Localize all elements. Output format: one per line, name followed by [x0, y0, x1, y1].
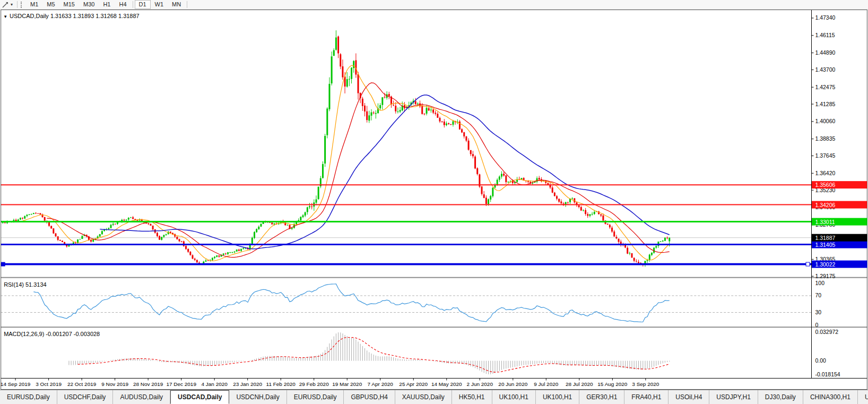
svg-text:70: 70 [815, 293, 821, 298]
macd-label: MACD(12,26,9) -0.001207 -0.003028 [4, 331, 100, 337]
svg-text:11 Feb 2020: 11 Feb 2020 [266, 381, 296, 387]
svg-text:22 Oct 2019: 22 Oct 2019 [67, 381, 97, 387]
svg-text:1.41285: 1.41285 [815, 101, 835, 107]
chart-tab-gbpusd-h4[interactable]: GBPUSD,H4 [344, 390, 395, 404]
svg-text:28 Jul 2020: 28 Jul 2020 [566, 381, 593, 387]
svg-text:1.30022: 1.30022 [815, 262, 835, 268]
svg-text:29 Feb 2020: 29 Feb 2020 [299, 381, 329, 387]
toolbar-separator [17, 1, 18, 8]
chart-tab-usdcad-daily[interactable]: USDCAD,Daily [170, 390, 229, 404]
svg-text:9 Jul 2020: 9 Jul 2020 [534, 381, 558, 387]
chart-tab-usdchf-daily[interactable]: USDCHF,Daily [57, 390, 114, 404]
svg-text:1.47340: 1.47340 [815, 15, 835, 21]
chart-tab-xauusd-daily[interactable]: XAUUSD,Daily [395, 390, 452, 404]
svg-text:0.00: 0.00 [815, 358, 826, 364]
svg-text:1.46115: 1.46115 [815, 32, 835, 38]
chart-tab-dj30-daily[interactable]: DJ30,Daily [758, 390, 803, 404]
ma-fast-line [23, 65, 670, 261]
chart-tab-audusd-daily[interactable]: AUDUSD,Daily [113, 390, 170, 404]
svg-text:3 Oct 2019: 3 Oct 2019 [36, 381, 62, 387]
chart-tab-hk50-h1[interactable]: HK50,H1 [452, 390, 492, 404]
svg-text:23 Jan 2020: 23 Jan 2020 [233, 381, 262, 387]
rsi-label: RSI(14) 51.3134 [4, 281, 47, 288]
chart-tab-usdcnh-daily[interactable]: USDCNH,Daily [229, 390, 287, 404]
chart-tabs-bar: EURUSD,DailyUSDCHF,DailyAUDUSD,DailyUSDC… [0, 390, 868, 404]
rsi-line [33, 284, 669, 322]
svg-text:1.31405: 1.31405 [815, 242, 835, 248]
svg-text:17 Dec 2019: 17 Dec 2019 [166, 381, 196, 387]
chart-tab-uk100-h1[interactable]: UK100,H1 [536, 390, 579, 404]
trendline-tool-icon[interactable] [1, 1, 10, 8]
svg-text:1.33011: 1.33011 [815, 219, 835, 225]
svg-text:1.43700: 1.43700 [815, 67, 835, 73]
chart-collapse-icon[interactable]: ▼ [3, 14, 7, 19]
chart-tab-eurusd-daily[interactable]: EURUSD,Daily [0, 390, 57, 404]
date-axis[interactable]: 14 Sep 20193 Oct 201922 Oct 20199 Nov 20… [1, 379, 659, 387]
svg-text:9 Nov 2019: 9 Nov 2019 [101, 381, 128, 387]
ma-slow-line [100, 95, 670, 249]
svg-text:1.34206: 1.34206 [815, 202, 835, 208]
svg-text:14 Sep 2019: 14 Sep 2019 [1, 381, 31, 387]
toolbar-grip-handle[interactable] [21, 2, 23, 8]
chart-tab-uk100-h1[interactable]: UK100,H1 [492, 390, 536, 404]
chart-tab-usoil-h1[interactable]: USOil,H1 [858, 390, 868, 404]
svg-text:1.38835: 1.38835 [815, 136, 835, 142]
timeframe-button-m30[interactable]: M30 [79, 0, 99, 9]
toolbar-separator [133, 1, 133, 8]
macd-histogram [69, 332, 670, 374]
trendline-tool-glyph [2, 1, 9, 8]
timeframe-button-m1[interactable]: M1 [26, 0, 42, 9]
svg-text:-0.018154: -0.018154 [815, 372, 840, 377]
svg-text:19 Mar 2020: 19 Mar 2020 [332, 381, 362, 387]
svg-text:1.44890: 1.44890 [815, 50, 835, 56]
draw-tool-dropdown-caret-icon[interactable]: ▾ [10, 1, 15, 8]
timeframe-button-w1[interactable]: W1 [151, 0, 168, 9]
svg-text:25 Apr 2020: 25 Apr 2020 [399, 381, 428, 387]
timeframe-button-m15[interactable]: M15 [59, 0, 79, 9]
svg-text:3 Sep 2020: 3 Sep 2020 [632, 381, 659, 387]
price-badge-1.34206: 1.34206 [812, 201, 867, 209]
toolbar-separator [187, 1, 187, 8]
price-badge-1.33011: 1.33011 [812, 218, 867, 226]
svg-text:15 Aug 2020: 15 Aug 2020 [597, 381, 627, 387]
timeframe-button-m5[interactable]: M5 [42, 0, 59, 9]
svg-text:4 Jan 2020: 4 Jan 2020 [202, 381, 228, 387]
chart-tab-usoil-h4[interactable]: USOil,H4 [669, 390, 709, 404]
svg-text:1.40060: 1.40060 [815, 118, 835, 124]
timeframe-button-d1[interactable]: D1 [135, 0, 151, 9]
chart-graphics: 1.473401.461151.448901.437001.424751.412… [1, 10, 867, 390]
svg-text:1.31887: 1.31887 [815, 235, 835, 241]
candlesticks [2, 30, 671, 267]
svg-text:30: 30 [815, 310, 821, 315]
line-handle-right[interactable] [806, 262, 810, 266]
mt4-window: ▾ M1M5M15M30H1H4D1W1MN 1.473401.461151.4… [0, 0, 868, 404]
timeframe-button-h1[interactable]: H1 [99, 0, 115, 9]
price-badge-1.35606: 1.35606 [812, 181, 867, 188]
svg-text:100: 100 [815, 280, 824, 286]
timeframe-toolbar: ▾ M1M5M15M30H1H4D1W1MN [0, 0, 868, 10]
svg-text:0: 0 [815, 322, 818, 328]
svg-text:1.42475: 1.42475 [815, 84, 835, 90]
timeframe-button-h4[interactable]: H4 [115, 0, 131, 9]
chart-window-frame [1, 10, 867, 389]
svg-text:0.032972: 0.032972 [815, 329, 838, 335]
svg-text:1.36420: 1.36420 [815, 170, 835, 176]
price-badge-1.30022: 1.30022 [812, 261, 867, 268]
line-handle-left[interactable] [1, 262, 5, 266]
chart-tab-eurusd-daily[interactable]: EURUSD,Daily [287, 390, 344, 404]
timeframe-button-mn[interactable]: MN [168, 0, 185, 9]
chart-tab-china300-h1[interactable]: CHINA300,H1 [803, 390, 858, 404]
price-badge-1.31887: 1.31887 [812, 234, 867, 242]
svg-text:14 May 2020: 14 May 2020 [431, 381, 462, 387]
chart-tab-usdjpy-h1[interactable]: USDJPY,H1 [709, 390, 758, 404]
svg-text:1.35606: 1.35606 [815, 182, 835, 188]
chart-tab-fra40-h1[interactable]: FRA40,H1 [624, 390, 669, 404]
price-badge-1.31405: 1.31405 [812, 241, 867, 248]
svg-text:28 Nov 2019: 28 Nov 2019 [133, 381, 163, 387]
svg-text:1.29175: 1.29175 [815, 273, 835, 279]
svg-text:7 Apr 2020: 7 Apr 2020 [368, 381, 394, 387]
chart-area[interactable]: 1.473401.461151.448901.437001.424751.412… [0, 10, 868, 390]
chart-tab-ger30-h1[interactable]: GER30,H1 [579, 390, 624, 404]
price-axis[interactable]: 1.473401.461151.448901.437001.424751.412… [812, 15, 840, 377]
svg-text:2 Jun 2020: 2 Jun 2020 [467, 381, 493, 387]
